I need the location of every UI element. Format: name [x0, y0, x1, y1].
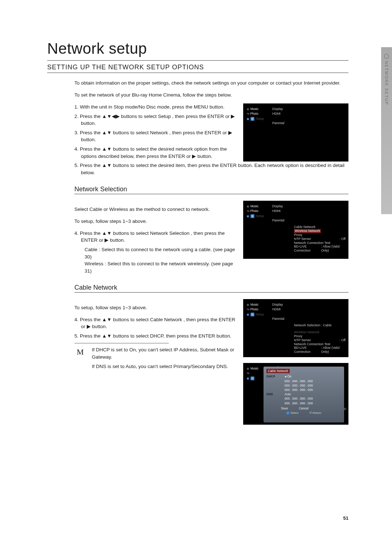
section-heading: SETTING UP THE NETWORK SETUP OPTIONS — [47, 64, 348, 71]
page-number: 51 — [343, 515, 348, 521]
note-block: M If DHCP is set to On, you can't select… — [74, 346, 237, 370]
ns-wireless-desc: Wireless : Select this to connect to the… — [85, 260, 237, 274]
dialog-foot-select: Select — [286, 411, 298, 415]
subheading-cable-network: Cable Network — [74, 284, 348, 291]
subheading-network-selection: Network Selection — [74, 185, 348, 193]
section-rule — [47, 73, 348, 73]
step-4: 4. Press the ▲▼ buttons to select the de… — [74, 146, 237, 160]
cn-step-4: 4. Press the ▲▼ buttons to select Cable … — [74, 316, 237, 330]
sub-rule-2 — [74, 292, 348, 293]
ns-para-1: Select Cable or Wireless as the method t… — [74, 206, 237, 213]
tv-screenshot-3: Music % Photo Setup Display HDMI Parenta… — [243, 299, 348, 357]
note-line-2: If DNS is set to Auto, you can't select … — [92, 363, 237, 370]
note-rule — [74, 343, 169, 343]
step-2: 2. Press the ▲▼◀▶ buttons to select Setu… — [74, 113, 237, 127]
intro-1: To obtain information on the proper sett… — [74, 79, 348, 87]
tv-screenshot-1: Music % Photo Setup Display HDMI Parenta… — [243, 103, 348, 162]
tv-screenshot-4: Music % Audio Valid Only) Cable Network … — [243, 363, 348, 425]
page-title: Network setup — [47, 40, 348, 57]
dialog-cancel-button[interactable]: Cancel — [299, 407, 308, 410]
dialog-foot-return: Return — [309, 411, 321, 415]
cn-step-5: 5. Press the ▲▼ buttons to select DHCP, … — [74, 332, 237, 340]
section-tab: NETWORK SETUP — [381, 47, 392, 214]
step-1: 1. With the unit in Stop mode/No Disc mo… — [74, 103, 237, 111]
dialog-save-button[interactable]: Save — [281, 407, 288, 410]
dialog-header: Cable Network — [266, 369, 290, 373]
title-rule — [47, 60, 348, 61]
ns-step-4: 4. Press the ▲▼ buttons to select Networ… — [74, 230, 237, 244]
intro-2: To set the network of your Blu-ray Home … — [74, 91, 348, 99]
page-content: Network setup SETTING UP THE NETWORK SET… — [0, 0, 392, 425]
network-selection-block: Select Cable or Wireless as the method t… — [74, 201, 348, 274]
ns-cable-desc: Cable : Select this to connect to the ne… — [85, 246, 237, 260]
top-steps-block: 1. With the unit in Stop mode/No Disc mo… — [74, 103, 348, 162]
body: To obtain information on the proper sett… — [47, 79, 348, 425]
sub-rule-1 — [74, 194, 348, 194]
section-tab-label: NETWORK SETUP — [384, 61, 389, 105]
step-5: 5. Press the ▲▼ buttons to select the de… — [74, 162, 348, 176]
ns-para-2: To setup, follow steps 1~3 above. — [74, 218, 237, 225]
note-line-1: If DHCP is set to On, you can't select I… — [92, 346, 237, 360]
step-3: 3. Press the ▲▼ buttons to select Networ… — [74, 129, 237, 143]
cable-network-block: To setup, follow steps 1~3 above. 4. Pre… — [74, 299, 348, 425]
tv-screenshot-2: Music % Photo Setup Display HDMI Parenta… — [243, 201, 348, 259]
note-icon: M — [74, 346, 86, 358]
cable-network-dialog: Cable Network DHCP◂ On 000 . 000 . 000 .… — [264, 367, 344, 422]
headphones-icon — [384, 54, 389, 59]
cn-para-1: To setup, follow steps 1~3 above. — [74, 304, 237, 311]
